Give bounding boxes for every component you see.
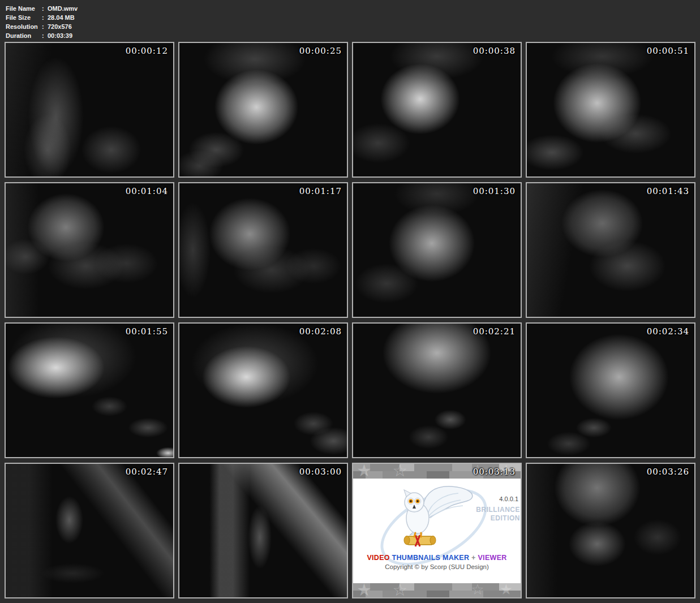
timestamp-label: 00:02:08 — [299, 326, 342, 337]
resolution-row: Resolution:720x576 — [6, 22, 78, 31]
app-title-viewer: VIEWER — [478, 554, 506, 562]
timestamp-label: 00:03:00 — [299, 467, 342, 477]
file-size-label: File Size — [6, 13, 42, 22]
edition-line1: BRILLIANCE — [476, 506, 520, 514]
video-thumbnail[interactable]: 00:00:12 — [5, 42, 174, 178]
app-title-video: VIDEO — [367, 554, 389, 562]
video-thumbnail[interactable]: 00:02:47 — [5, 463, 174, 598]
timestamp-label: 00:03:13 — [473, 467, 516, 477]
app-title: VIDEO THUMBNAILS MAKER + VIEWER — [353, 554, 521, 562]
edition-label: BRILLIANCE EDITION — [476, 506, 520, 523]
video-thumbnail[interactable]: 00:00:51 — [526, 42, 695, 178]
file-name-label: File Name — [6, 4, 42, 13]
file-size-value: 28.04 MB — [48, 13, 75, 22]
duration-value: 00:03:39 — [48, 31, 72, 40]
timestamp-label: 00:00:51 — [647, 46, 689, 56]
resolution-value: 720x576 — [48, 22, 72, 31]
file-size-row: File Size:28.04 MB — [6, 13, 78, 22]
timestamp-label: 00:01:55 — [126, 326, 168, 337]
app-title-plus: + — [471, 554, 476, 562]
timestamp-label: 00:01:43 — [647, 186, 689, 196]
video-thumbnail[interactable]: 00:00:38 — [352, 42, 522, 178]
file-info-header: File Name:OMD.wmv File Size:28.04 MB Res… — [6, 4, 78, 40]
thumbnail-grid: 00:00:12 00:00:25 00:00:38 00:00:51 00:0… — [5, 42, 695, 598]
timestamp-label: 00:01:04 — [126, 186, 168, 196]
owl-logo-icon — [388, 481, 487, 553]
timestamp-label: 00:02:21 — [473, 326, 516, 337]
file-name-value: OMD.wmv — [48, 4, 78, 13]
video-thumbnail[interactable]: 00:02:34 — [526, 322, 695, 458]
timestamp-label: 00:01:30 — [473, 186, 516, 196]
splash-body: 4.0.0.1 BRILLIANCE EDITION VIDEO THUMBNA… — [353, 479, 521, 583]
video-thumbnail[interactable]: 00:03:26 — [526, 463, 695, 598]
splash-thumbnail[interactable]: 00:03:13 — [352, 463, 522, 598]
app-title-thumbnails-maker: THUMBNAILS MAKER — [392, 554, 470, 562]
version-label: 4.0.0.1 — [499, 496, 518, 502]
duration-label: Duration — [6, 31, 42, 40]
file-name-row: File Name:OMD.wmv — [6, 4, 78, 13]
timestamp-label: 00:02:34 — [647, 326, 689, 337]
video-thumbnail[interactable]: 00:01:17 — [178, 182, 348, 318]
video-thumbnail[interactable]: 00:01:55 — [5, 322, 174, 458]
resolution-label: Resolution — [6, 22, 42, 31]
timestamp-label: 00:03:26 — [647, 467, 689, 477]
timestamp-label: 00:00:12 — [126, 46, 168, 56]
copyright-text: Copyright © by Scorp (SUU Design) — [353, 563, 521, 570]
video-thumbnail[interactable]: 00:03:00 — [178, 463, 348, 598]
timestamp-label: 00:01:17 — [299, 186, 342, 196]
video-thumbnail[interactable]: 00:00:25 — [178, 42, 348, 178]
video-thumbnail[interactable]: 00:02:08 — [178, 322, 348, 458]
contact-sheet: File Name:OMD.wmv File Size:28.04 MB Res… — [0, 0, 700, 603]
duration-row: Duration:00:03:39 — [6, 31, 78, 40]
video-thumbnail[interactable]: 00:02:21 — [352, 322, 522, 458]
timestamp-label: 00:00:38 — [473, 46, 516, 56]
video-thumbnail[interactable]: 00:01:04 — [5, 182, 174, 318]
timestamp-label: 00:00:25 — [299, 46, 342, 56]
timestamp-label: 00:02:47 — [126, 467, 168, 477]
edition-line2: EDITION — [476, 514, 520, 523]
splash-bottom-band — [353, 583, 521, 597]
video-thumbnail[interactable]: 00:01:43 — [526, 182, 695, 318]
video-thumbnail[interactable]: 00:01:30 — [352, 182, 522, 318]
